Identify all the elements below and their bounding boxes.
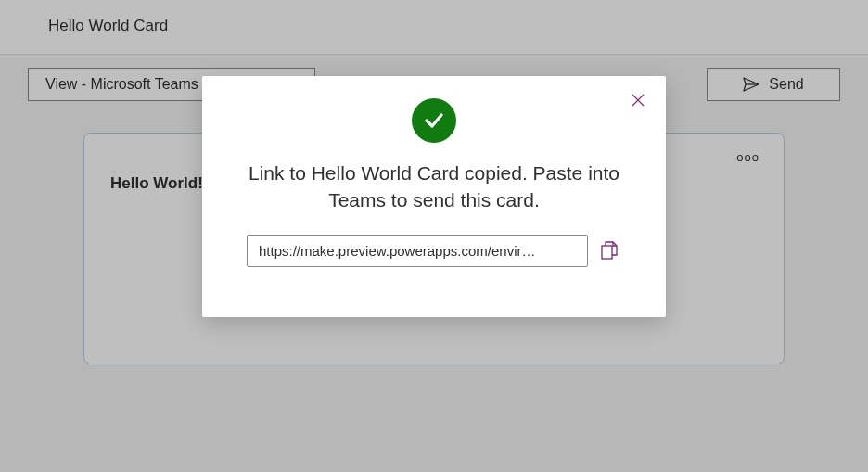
modal-overlay: Link to Hello World Card copied. Paste i… [0,0,868,472]
close-icon [631,93,645,108]
svg-rect-3 [602,246,612,259]
success-icon [412,98,456,143]
dialog-message: Link to Hello World Card copied. Paste i… [247,159,621,214]
copy-icon [601,241,618,260]
copy-button[interactable] [597,237,621,263]
close-button[interactable] [627,89,649,111]
url-row [228,235,640,267]
copied-url-input[interactable] [247,235,588,267]
link-copied-dialog: Link to Hello World Card copied. Paste i… [202,76,666,317]
